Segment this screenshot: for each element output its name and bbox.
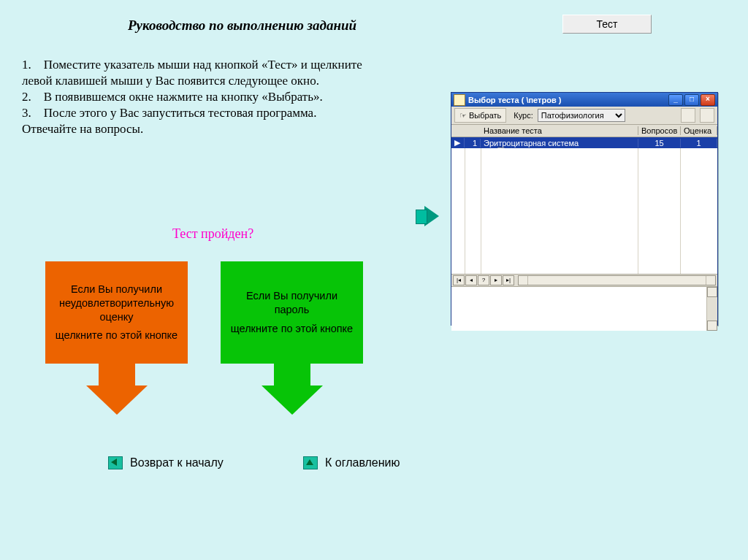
pass-text: щелкните по этой кнопке (231, 322, 353, 336)
col-questions: Вопросов (638, 126, 681, 135)
nav-last-button[interactable]: ▸| (503, 275, 514, 285)
app-icon (454, 94, 465, 106)
scroll-right-icon[interactable] (706, 276, 715, 285)
horizontal-scrollbar[interactable] (518, 275, 716, 285)
row-grade: 1 (681, 139, 717, 147)
instruction-line: 3. После этого у Вас запуститься тестова… (22, 105, 420, 121)
window-titlebar: Выбор теста ( \петров ) _ □ × (451, 93, 717, 107)
arrow-left-icon (108, 456, 123, 469)
question-text: Тест пройден? (172, 226, 253, 242)
record-navigator: |◂ ◂ ? ▸ ▸| (451, 275, 717, 287)
choose-button[interactable]: ☞ Выбрать (454, 108, 506, 123)
exit-icon[interactable] (700, 108, 714, 123)
col-name: Название теста (481, 126, 638, 135)
scroll-down-icon[interactable] (707, 321, 717, 331)
table-body (451, 148, 717, 275)
window-title: Выбор теста ( \петров ) (468, 96, 561, 104)
pass-text: пароль (275, 303, 310, 317)
instruction-line: левой клавишей мыши у Вас появится следу… (22, 73, 420, 89)
pass-text: Если Вы получили (246, 289, 337, 303)
close-button[interactable]: × (701, 94, 715, 106)
table-header: Название теста Вопросов Оценка (451, 125, 717, 137)
detail-pane (451, 287, 717, 331)
window-toolbar: ☞ Выбрать Курс: Патофизиология (451, 107, 717, 125)
vertical-scrollbar[interactable] (706, 287, 717, 331)
row-marker-icon: ▶ (451, 138, 465, 147)
page-title: Руководство по выполнению заданий (128, 18, 356, 34)
scroll-up-icon[interactable] (707, 287, 717, 297)
nav-back-label: Возврат к началу (130, 456, 224, 469)
fail-text: оценку (99, 310, 133, 324)
nav-toc-label: К оглавлению (325, 456, 400, 469)
nav-back-link[interactable]: Возврат к началу (108, 456, 224, 469)
instruction-line: Отвечайте на вопросы. (22, 121, 420, 137)
hand-icon: ☞ (459, 111, 467, 120)
pointer-right-icon (424, 206, 439, 226)
scroll-left-icon[interactable] (519, 276, 528, 285)
row-questions: 15 (638, 139, 681, 147)
nav-first-button[interactable]: |◂ (453, 275, 465, 285)
maximize-button[interactable]: □ (684, 94, 699, 106)
row-name: Эритроцитарная система (481, 139, 638, 147)
minimize-button[interactable]: _ (668, 94, 683, 106)
arrow-up-icon (303, 456, 318, 469)
fail-arrow-button[interactable]: Если Вы получили неудовлетворительную оц… (45, 261, 188, 415)
nav-prev-button[interactable]: ◂ (465, 275, 477, 285)
nav-toc-link[interactable]: К оглавлению (303, 456, 400, 469)
fail-text: Если Вы получили (71, 283, 162, 296)
col-grade: Оценка (681, 126, 717, 135)
instruction-line: 2. В появившемся окне нажмите на кнопку … (22, 89, 420, 105)
row-num: 1 (465, 139, 481, 147)
choose-label: Выбрать (469, 111, 501, 120)
test-button[interactable]: Тест (562, 15, 652, 34)
instructions-block: 1. Поместите указатель мыши над кнопкой … (22, 57, 420, 137)
toolbar-icon[interactable] (681, 108, 695, 123)
pass-arrow-button[interactable]: Если Вы получили пароль щелкните по этой… (221, 261, 363, 415)
course-label: Курс: (514, 111, 533, 120)
nav-help-button[interactable]: ? (478, 275, 489, 285)
fail-text: неудовлетворительную (59, 296, 174, 310)
table-row[interactable]: ▶ 1 Эритроцитарная система 15 1 (451, 137, 717, 148)
test-selection-window: Выбор теста ( \петров ) _ □ × ☞ Выбрать … (451, 92, 718, 326)
nav-next-button[interactable]: ▸ (490, 275, 502, 285)
fail-text: щелкните по этой кнопке (56, 329, 178, 342)
instruction-line: 1. Поместите указатель мыши над кнопкой … (22, 57, 420, 73)
course-select[interactable]: Патофизиология (538, 109, 625, 122)
